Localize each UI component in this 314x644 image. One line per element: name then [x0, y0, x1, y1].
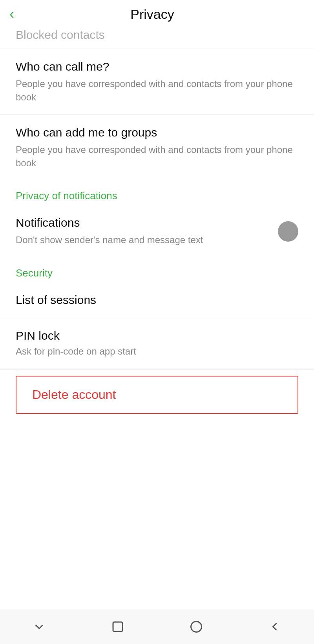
list-of-sessions-item[interactable]: List of sessions: [0, 282, 314, 318]
who-can-add-title: Who can add me to groups: [16, 126, 298, 139]
who-can-add-item[interactable]: Who can add me to groups People you have…: [0, 115, 314, 180]
nav-circle-icon[interactable]: [184, 615, 208, 639]
pin-lock-title: PIN lock: [16, 329, 298, 342]
circle-icon: [189, 620, 203, 634]
delete-account-label: Delete account: [32, 387, 116, 402]
blocked-contacts-partial: Blocked contacts: [0, 28, 314, 49]
chevron-down-icon: [32, 620, 46, 634]
pin-lock-item[interactable]: PIN lock Ask for pin-code on app start: [0, 318, 314, 369]
notifications-text-block: Notifications Don't show sender's name a…: [16, 216, 270, 247]
who-can-call-title: Who can call me?: [16, 60, 298, 73]
square-icon: [111, 620, 125, 634]
notifications-subtitle: Don't show sender's name and message tex…: [16, 233, 270, 247]
divider-4: [0, 369, 314, 369]
pin-lock-subtitle: Ask for pin-code on app start: [16, 345, 298, 358]
notifications-title: Notifications: [16, 216, 270, 229]
header: ‹ Privacy: [0, 0, 314, 28]
notifications-toggle[interactable]: [278, 221, 298, 242]
nav-bar: [0, 609, 314, 644]
who-can-call-subtitle: People you have corresponded with and co…: [16, 77, 298, 104]
nav-square-icon[interactable]: [106, 615, 130, 639]
security-header: Security: [0, 258, 314, 282]
svg-point-1: [191, 621, 202, 632]
nav-back-icon[interactable]: [263, 615, 287, 639]
privacy-notifications-header: Privacy of notifications: [0, 180, 314, 205]
list-of-sessions-title: List of sessions: [16, 293, 298, 307]
toggle-circle: [278, 221, 298, 242]
blocked-contacts-label: Blocked contacts: [16, 28, 105, 41]
svg-rect-0: [113, 622, 122, 631]
who-can-add-subtitle: People you have corresponded with and co…: [16, 143, 298, 169]
who-can-call-item[interactable]: Who can call me? People you have corresp…: [0, 49, 314, 115]
page-title: Privacy: [22, 7, 283, 22]
delete-account-item[interactable]: Delete account: [16, 376, 298, 414]
back-button[interactable]: ‹: [9, 7, 14, 21]
nav-down-icon[interactable]: [27, 615, 51, 639]
triangle-left-icon: [268, 620, 282, 634]
notifications-item[interactable]: Notifications Don't show sender's name a…: [0, 205, 314, 258]
